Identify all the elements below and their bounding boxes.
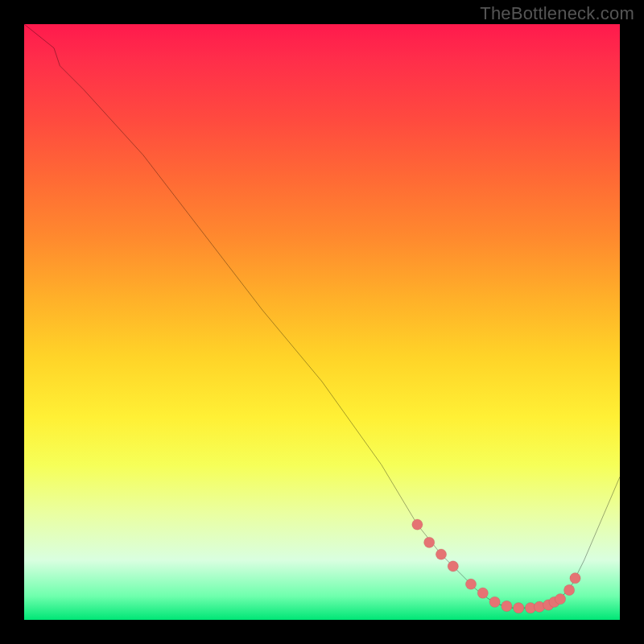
curve-marker xyxy=(564,584,574,595)
curve-marker xyxy=(477,588,488,598)
chart-frame: TheBottleneck.com xyxy=(0,0,644,644)
curve-marker xyxy=(502,601,512,611)
curve-marker xyxy=(514,603,524,613)
curve-marker xyxy=(534,601,544,612)
curve-marker xyxy=(412,519,423,530)
plot-area xyxy=(24,24,620,620)
chart-svg xyxy=(24,24,620,620)
curve-marker xyxy=(436,549,446,559)
curve-marker xyxy=(424,537,435,547)
curve-marker xyxy=(489,597,500,607)
curve-marker xyxy=(570,573,580,584)
bottleneck-curve xyxy=(24,24,620,608)
curve-marker xyxy=(448,561,458,572)
curve-markers xyxy=(412,519,580,613)
curve-marker xyxy=(465,579,476,589)
watermark-text: TheBottleneck.com xyxy=(480,3,634,24)
curve-marker xyxy=(555,593,565,604)
